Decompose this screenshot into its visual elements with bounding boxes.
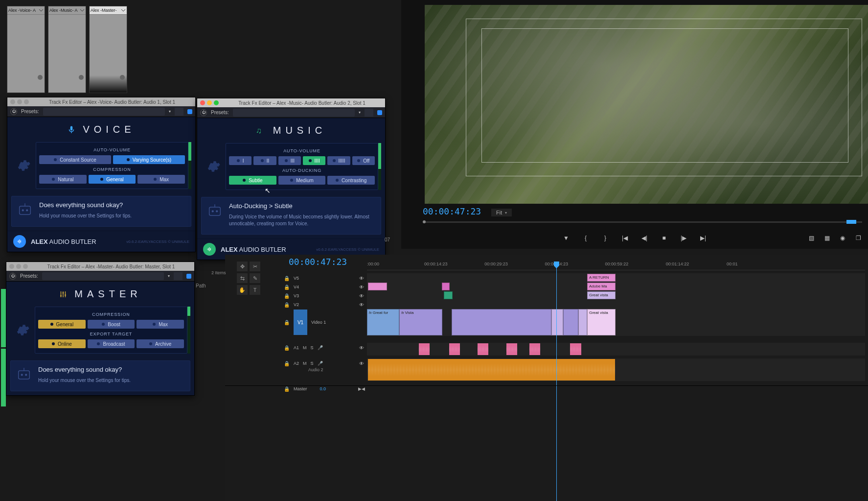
- window-traffic-lights[interactable]: [200, 100, 219, 105]
- window-traffic-lights[interactable]: [9, 264, 28, 269]
- chevron-down-icon[interactable]: ▾: [168, 274, 170, 278]
- option-general[interactable]: General: [89, 175, 136, 184]
- go-to-in-button[interactable]: |◀: [620, 233, 630, 243]
- window-titlebar[interactable]: Track Fx Editor – Alex -Master- Audio Bu…: [6, 262, 194, 271]
- audio-clip[interactable]: [570, 343, 581, 355]
- ripple-tool[interactable]: ⇆: [237, 273, 248, 283]
- razor-tool[interactable]: ✂: [250, 262, 260, 271]
- stop-button[interactable]: ■: [659, 233, 669, 243]
- hand-tool[interactable]: ✋: [237, 285, 248, 295]
- zoom-fit-select[interactable]: Fit: [491, 209, 512, 216]
- lock-icon[interactable]: 🔒: [284, 320, 290, 325]
- option-varying-source-s-[interactable]: Varying Source(s): [113, 155, 185, 164]
- lock-icon[interactable]: 🔒: [284, 345, 290, 351]
- out-bracket-button[interactable]: }: [600, 233, 610, 243]
- lock-icon[interactable]: 🔒: [284, 276, 290, 281]
- track-lane-v3[interactable]: Great vista: [367, 291, 865, 300]
- option-medium[interactable]: Medium: [278, 176, 326, 185]
- track-lane-v5[interactable]: A RETURN: [367, 273, 865, 282]
- option-boost[interactable]: Boost: [88, 320, 135, 329]
- video-clip[interactable]: [368, 283, 387, 290]
- track-header-v2[interactable]: 🔒V2👁: [281, 300, 367, 310]
- eye-icon[interactable]: 👁: [359, 276, 364, 281]
- mixer-fader-area[interactable]: [7, 15, 45, 93]
- lock-icon[interactable]: 🔒: [284, 361, 290, 366]
- option-general[interactable]: General: [38, 320, 86, 329]
- sidechain-button[interactable]: [174, 272, 183, 280]
- option-i[interactable]: I: [229, 156, 251, 165]
- option-broadcast[interactable]: Broadcast: [88, 339, 135, 348]
- power-icon[interactable]: ⏻: [200, 109, 207, 116]
- video-clip[interactable]: A RETURN: [587, 274, 616, 282]
- step-forward-button[interactable]: |▶: [679, 233, 688, 243]
- track-lane-a1[interactable]: [367, 343, 865, 356]
- selection-tool[interactable]: ✥: [237, 262, 248, 271]
- master-level[interactable]: 0.0: [320, 386, 326, 391]
- export-frame-button[interactable]: ◉: [838, 233, 847, 243]
- mixer-fader-area[interactable]: [48, 15, 86, 93]
- eye-icon[interactable]: 👁: [359, 285, 364, 290]
- track-header-v3[interactable]: 🔒V3👁: [281, 291, 367, 301]
- sidechain-button[interactable]: [175, 108, 183, 116]
- comparison-button[interactable]: ❐: [853, 233, 863, 243]
- toggle-s[interactable]: S: [311, 361, 314, 366]
- chevron-down-icon[interactable]: ▾: [359, 110, 361, 115]
- track-lane-v4[interactable]: Adobe Ma: [367, 282, 865, 291]
- option-constant-source[interactable]: Constant Source: [39, 155, 111, 164]
- option-off[interactable]: Off: [352, 156, 375, 165]
- playhead[interactable]: [556, 262, 557, 501]
- flag-icon[interactable]: ▶◀: [358, 386, 365, 391]
- video-clip[interactable]: Adobe Ma: [587, 283, 616, 290]
- video-clip[interactable]: Great vista: [587, 309, 616, 335]
- option-iiiii[interactable]: IIIII: [327, 156, 350, 165]
- option-contrasting[interactable]: Contrasting: [327, 176, 375, 185]
- power-icon[interactable]: ⏻: [10, 108, 17, 115]
- mixer-track-music[interactable]: Alex -Music- A: [48, 6, 86, 93]
- audio-clip[interactable]: [478, 343, 488, 355]
- video-clip[interactable]: [578, 309, 587, 335]
- toggle-m[interactable]: M: [303, 361, 307, 366]
- eye-icon[interactable]: 👁: [359, 302, 364, 308]
- lock-icon[interactable]: 🔒: [284, 386, 290, 392]
- pen-tool[interactable]: ✎: [250, 273, 260, 283]
- video-clip[interactable]: Great vista: [587, 291, 616, 299]
- audio-clip[interactable]: [368, 359, 615, 381]
- option-iiii[interactable]: IIII: [303, 156, 325, 165]
- video-clip[interactable]: [551, 309, 563, 335]
- extract-button[interactable]: ▦: [822, 233, 832, 243]
- lift-button[interactable]: ▧: [806, 233, 816, 243]
- lock-icon[interactable]: 🔒: [284, 302, 290, 308]
- audio-clip[interactable]: [449, 343, 460, 355]
- preset-select[interactable]: [233, 109, 355, 117]
- program-video[interactable]: [425, 5, 868, 204]
- track-header-a1[interactable]: 🔒A1 M S 🎤👁: [281, 343, 367, 353]
- track-header-v1[interactable]: 🔒V1Video 1: [281, 309, 367, 336]
- preset-select[interactable]: [43, 108, 165, 116]
- editor-toggle[interactable]: [187, 109, 192, 114]
- track-header-v5[interactable]: 🔒V5👁: [281, 273, 367, 283]
- monitor-scrubber[interactable]: [423, 219, 862, 224]
- track-lane-v2[interactable]: [367, 300, 865, 309]
- type-tool[interactable]: T: [250, 285, 260, 295]
- eye-icon[interactable]: 👁: [359, 361, 364, 366]
- option-natural[interactable]: Natural: [39, 175, 87, 184]
- monitor-timecode[interactable]: 00:00:47:23: [423, 206, 481, 216]
- audio-clip[interactable]: [506, 343, 517, 355]
- video-clip[interactable]: [442, 283, 450, 290]
- mic-icon[interactable]: 🎤: [318, 345, 323, 350]
- mic-icon[interactable]: 🎤: [318, 361, 323, 366]
- mixer-track-master[interactable]: Alex -Master-: [89, 6, 127, 93]
- mixer-track-voice[interactable]: Alex -Voice- A: [7, 6, 45, 93]
- track-header-v4[interactable]: 🔒V4👁: [281, 282, 367, 292]
- option-archive[interactable]: Archive: [137, 339, 184, 348]
- video-clip[interactable]: fx Vista: [399, 309, 442, 335]
- video-clip[interactable]: [444, 291, 453, 299]
- power-icon[interactable]: ⏻: [9, 273, 16, 280]
- timeline-timecode[interactable]: 00:00:47:23: [289, 257, 347, 267]
- editor-toggle[interactable]: [186, 274, 191, 279]
- track-lane-a2[interactable]: [367, 358, 865, 381]
- eye-icon[interactable]: 👁: [359, 345, 364, 351]
- window-titlebar[interactable]: Track Fx Editor – Alex -Music- Audio But…: [197, 98, 385, 107]
- option-iii[interactable]: III: [278, 156, 301, 165]
- track-lane-v1[interactable]: fx Great forfx VistaGreat vista: [367, 309, 865, 336]
